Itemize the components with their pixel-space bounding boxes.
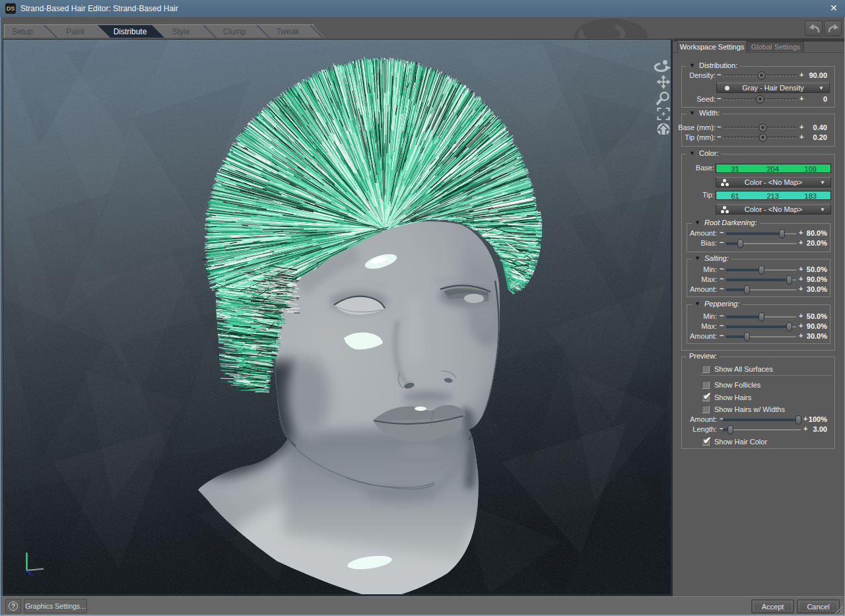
svg-text:Tweak: Tweak — [277, 27, 300, 36]
svg-text:Setup: Setup — [12, 27, 33, 36]
svg-text:Paint: Paint — [66, 27, 84, 36]
svg-text:Clump: Clump — [223, 27, 246, 36]
svg-text:Distribute: Distribute — [114, 27, 147, 36]
svg-text:Style: Style — [172, 27, 190, 36]
